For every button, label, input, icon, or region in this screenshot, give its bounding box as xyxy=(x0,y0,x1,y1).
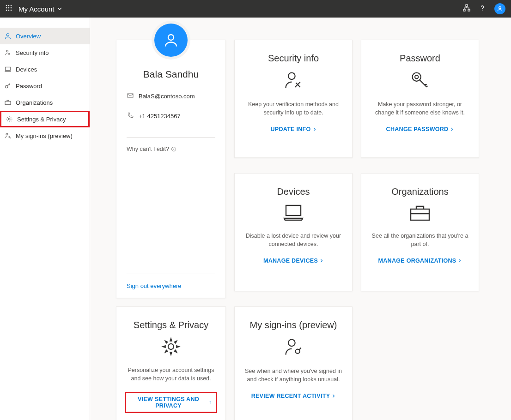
briefcase-icon xyxy=(4,98,12,107)
sign-out-everywhere-link[interactable]: Sign out everywhere xyxy=(127,282,182,289)
svg-point-15 xyxy=(6,50,8,52)
svg-rect-29 xyxy=(411,209,429,220)
why-cant-i-edit-link[interactable]: Why can't I edit? xyxy=(127,146,176,152)
card-title: Password xyxy=(400,53,440,64)
devices-card: Devices Disable a lost device and review… xyxy=(234,173,353,291)
briefcase-card-icon xyxy=(409,204,431,224)
svg-point-26 xyxy=(413,73,421,81)
svg-rect-11 xyxy=(468,9,470,11)
svg-point-1 xyxy=(8,5,10,6)
settings-privacy-card: Settings & Privacy Personalize your acco… xyxy=(116,306,226,420)
profile-phone-row: +1 4251234567 xyxy=(127,112,181,120)
gear-icon xyxy=(5,115,13,123)
svg-point-31 xyxy=(288,340,295,347)
divider xyxy=(127,137,215,138)
user-avatar[interactable] xyxy=(494,3,505,14)
laptop-card-icon xyxy=(282,204,304,224)
manage-organizations-link[interactable]: MANAGE ORGANIZATIONS xyxy=(378,258,462,264)
card-title: Security info xyxy=(268,53,319,64)
mail-icon xyxy=(127,92,134,101)
svg-point-17 xyxy=(6,85,8,88)
sidebar-item-settings-privacy[interactable]: Settings & Privacy xyxy=(0,111,90,127)
svg-point-21 xyxy=(9,136,10,138)
sidebar-item-password[interactable]: Password xyxy=(0,78,90,94)
app-title-dropdown[interactable]: My Account xyxy=(18,5,62,13)
sidebar-item-label: My sign-ins (preview) xyxy=(16,132,73,139)
signins-card-icon xyxy=(283,337,304,359)
review-recent-activity-link[interactable]: REVIEW RECENT ACTIVITY xyxy=(251,393,336,399)
organizations-card: Organizations See all the organizations … xyxy=(361,173,479,291)
svg-point-0 xyxy=(6,5,7,6)
svg-point-14 xyxy=(6,34,9,36)
svg-rect-10 xyxy=(463,9,465,11)
org-chart-icon[interactable] xyxy=(463,4,470,13)
profile-card: Bala Sandhu BalaS@contoso.com +1 4251234… xyxy=(116,40,226,298)
sidebar-item-overview[interactable]: Overview xyxy=(0,28,90,44)
sidebar: Overview Security info Devices Password … xyxy=(0,18,90,420)
svg-point-32 xyxy=(296,349,300,354)
sidebar-item-organizations[interactable]: Organizations xyxy=(0,94,90,111)
svg-point-30 xyxy=(168,344,174,349)
sidebar-item-label: Organizations xyxy=(16,99,53,106)
card-title: My sign-ins (preview) xyxy=(250,320,337,330)
chevron-down-icon xyxy=(57,6,62,11)
divider xyxy=(127,274,215,274)
gear-card-icon xyxy=(161,337,181,358)
svg-point-2 xyxy=(11,5,12,6)
card-title: Devices xyxy=(277,186,310,197)
card-text: See all the organizations that you're a … xyxy=(370,232,470,248)
sidebar-item-label: Password xyxy=(16,83,42,90)
app-title: My Account xyxy=(18,5,55,13)
profile-avatar-border xyxy=(152,21,190,60)
info-icon xyxy=(171,146,176,152)
security-card-icon xyxy=(283,70,304,92)
svg-point-20 xyxy=(6,133,8,135)
chevron-right-icon xyxy=(313,127,316,131)
svg-point-22 xyxy=(168,35,174,40)
chevron-right-icon xyxy=(332,394,335,398)
sidebar-item-security-info[interactable]: Security info xyxy=(0,44,90,61)
card-title: Settings & Privacy xyxy=(134,320,208,330)
security-info-card: Security info Keep your verification met… xyxy=(234,40,353,158)
my-signins-card: My sign-ins (preview) See when and where… xyxy=(234,306,353,420)
view-settings-privacy-link[interactable]: VIEW SETTINGS AND PRIVACY xyxy=(125,392,217,413)
sidebar-item-devices[interactable]: Devices xyxy=(0,61,90,78)
update-info-link[interactable]: UPDATE INFO xyxy=(270,126,316,132)
card-title: Organizations xyxy=(391,186,448,197)
chevron-right-icon xyxy=(458,259,462,263)
security-icon xyxy=(4,48,12,57)
profile-name: Bala Sandhu xyxy=(127,69,215,80)
help-icon[interactable] xyxy=(479,4,486,13)
profile-phone: +1 4251234567 xyxy=(139,113,181,120)
svg-point-19 xyxy=(8,118,10,120)
key-icon xyxy=(4,82,12,90)
svg-point-3 xyxy=(6,7,7,9)
svg-rect-23 xyxy=(128,94,133,97)
card-text: Personalize your account settings and se… xyxy=(125,366,217,383)
change-password-link[interactable]: CHANGE PASSWORD xyxy=(386,126,454,132)
phone-icon xyxy=(127,112,134,120)
svg-point-25 xyxy=(288,73,295,80)
svg-rect-9 xyxy=(466,5,468,6)
svg-point-4 xyxy=(8,7,10,9)
svg-point-12 xyxy=(482,10,482,10)
svg-rect-18 xyxy=(5,101,11,104)
svg-point-8 xyxy=(11,10,12,11)
sidebar-item-my-signins[interactable]: My sign-ins (preview) xyxy=(0,127,90,144)
card-text: Keep your verification methods and secur… xyxy=(243,101,344,117)
svg-rect-16 xyxy=(6,67,11,70)
card-text: Disable a lost device and review your co… xyxy=(243,232,344,248)
app-launcher-icon[interactable] xyxy=(6,5,12,13)
topbar: My Account xyxy=(0,0,511,18)
svg-point-27 xyxy=(415,75,418,78)
profile-avatar xyxy=(154,24,188,57)
profile-email-row: BalaS@contoso.com xyxy=(127,92,195,101)
person-icon xyxy=(4,32,12,40)
svg-point-7 xyxy=(8,10,10,11)
svg-rect-28 xyxy=(286,205,301,216)
svg-point-6 xyxy=(6,10,7,11)
key-card-icon xyxy=(410,70,430,92)
card-text: See when and where you've signed in and … xyxy=(243,367,344,384)
password-card: Password Make your password stronger, or… xyxy=(361,40,479,158)
manage-devices-link[interactable]: MANAGE DEVICES xyxy=(263,258,323,264)
